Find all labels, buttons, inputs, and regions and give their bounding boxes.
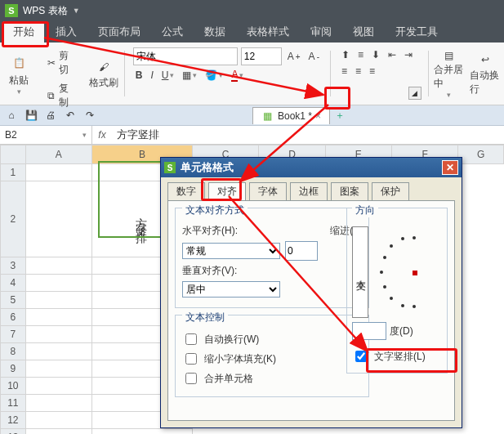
cut-label: 剪切 [59,49,78,77]
wrap-chk-label: 自动换行(W) [204,333,259,347]
vertical-text-checkbox[interactable]: 文字竖排(L) [352,348,442,365]
dlg-tab-font[interactable]: 字体 [249,182,287,200]
tab-insert[interactable]: 插入 [46,21,87,43]
degree-spinner[interactable] [352,322,386,340]
row-header-10[interactable]: 10 [1,378,26,395]
align-section-legend: 文本对齐方式 [182,204,248,217]
degree-label: 度(D) [390,324,413,338]
row-header-12[interactable]: 12 [1,412,26,429]
orient-vertical-preview[interactable]: 文本 [352,226,368,318]
qat-save-icon[interactable]: 💾 [25,109,38,122]
tab-dev[interactable]: 开发工具 [386,21,448,43]
indent-spinner[interactable] [285,241,318,261]
dlg-tab-pattern[interactable]: 图案 [331,182,368,200]
merge-chk-label: 合并单元格 [204,372,253,386]
row-header-9[interactable]: 9 [1,360,26,378]
tab-tablestyle[interactable]: 表格样式 [237,21,299,43]
ribbon-tabs: 开始 插入 页面布局 公式 数据 表格样式 审阅 视图 开发工具 [0,21,504,43]
row-header-5[interactable]: 5 [1,292,26,309]
svg-point-6 [390,297,393,300]
increase-indent-button[interactable]: ⇥ [402,47,415,62]
align-right-button[interactable]: ≡ [367,64,377,78]
italic-button[interactable]: I [148,68,155,83]
svg-point-1 [383,256,386,259]
dialog-close-button[interactable]: ✕ [442,160,458,175]
font-size-select[interactable] [241,47,282,65]
dlg-tab-border[interactable]: 边框 [290,182,328,200]
col-header-a[interactable]: A [25,145,91,164]
col-header-g[interactable]: G [458,145,504,164]
align-center-button[interactable]: ≡ [353,64,364,78]
shrink-font-button[interactable]: A- [306,49,322,64]
font-color-button[interactable]: A▾ [229,67,246,83]
titlebar-dropdown-icon[interactable]: ▼ [73,7,80,15]
align-left-button[interactable]: ≡ [339,64,350,78]
border-button[interactable]: ▦▾ [180,68,199,83]
align-bottom-button[interactable]: ⬇ [369,47,382,62]
svg-point-2 [390,244,393,248]
row-header-7[interactable]: 7 [1,326,26,343]
name-box[interactable]: B2▾ [0,126,92,144]
font-name-select[interactable] [133,47,238,65]
row-header-11[interactable]: 11 [1,395,26,412]
tab-layout[interactable]: 页面布局 [88,21,150,43]
row-header-4[interactable]: 4 [1,275,26,292]
copy-button[interactable]: ⧉复制 [42,80,80,111]
grow-font-button[interactable]: A+ [285,49,303,64]
row-header-13[interactable]: 13 [1,429,26,435]
document-tab[interactable]: ▦ Book1 * × [252,107,330,124]
tab-review[interactable]: 审阅 [301,21,341,43]
merge-center-button[interactable]: ▤ 合并居中▾ [434,48,465,99]
svg-point-5 [383,285,386,289]
tab-data[interactable]: 数据 [194,21,235,43]
qat-redo-icon[interactable]: ↷ [83,109,96,122]
align-top-button[interactable]: ⬆ [339,47,352,62]
svg-point-4 [413,236,416,239]
format-painter-button[interactable]: 🖌 格式刷 [88,48,119,99]
cell-b2-text: 方字竖排 [135,208,149,228]
close-doc-icon[interactable]: × [315,110,321,122]
row-header-2[interactable]: 2 [1,181,26,257]
bold-button[interactable]: B [133,68,145,83]
tab-start[interactable]: 开始 [3,21,44,43]
row-header-6[interactable]: 6 [1,309,26,326]
dlg-tab-number[interactable]: 数字 [167,182,205,200]
dialog-titlebar[interactable]: S 单元格格式 ✕ [161,158,462,177]
row-header-3[interactable]: 3 [1,257,26,275]
wrap-checkbox[interactable]: 自动换行(W) [182,331,362,347]
tab-formula[interactable]: 公式 [152,21,193,43]
row-header-1[interactable]: 1 [1,164,26,181]
dlg-tab-align[interactable]: 对齐 [208,182,246,200]
orient-dial[interactable] [373,231,430,313]
underline-button[interactable]: U▾ [159,68,177,83]
align-dialog-launcher[interactable]: ◢ [408,87,421,100]
qat-home-icon[interactable]: ⌂ [5,109,18,122]
name-box-value: B2 [5,129,17,141]
row-header-8[interactable]: 8 [1,343,26,360]
merge-checkbox[interactable]: 合并单元格 [182,370,362,387]
halign-select[interactable]: 常规 [182,243,280,259]
wrap-label: 自动换行 [470,69,501,96]
tab-view[interactable]: 视图 [343,21,384,43]
dlg-tab-protect[interactable]: 保护 [372,182,409,200]
wrap-text-button[interactable]: ↩ 自动换行 [470,48,501,99]
align-middle-button[interactable]: ≡ [355,47,366,62]
app-logo-icon: S [5,4,18,17]
valign-select[interactable]: 居中 [182,281,280,298]
formula-input[interactable]: 方字竖排 [112,128,504,142]
brush-icon: 🖌 [95,58,113,76]
cut-button[interactable]: ✂剪切 [42,47,80,78]
fill-color-button[interactable]: 🪣▾ [203,68,225,83]
fx-icon[interactable]: fx [92,129,112,141]
decrease-indent-button[interactable]: ⇤ [386,47,399,62]
copy-icon: ⧉ [45,89,57,102]
select-all-corner[interactable] [1,145,26,164]
ribbon-body: 📋 粘贴 ▾ ✂剪切 ⧉复制 🖌 格式刷 A+ A- B I U▾ ▦▾ 🪣▾ … [0,43,504,105]
merge-icon: ▤ [440,48,458,63]
dialog-logo-icon: S [164,162,176,173]
svg-point-3 [401,237,404,240]
shrink-checkbox[interactable]: 缩小字体填充(K) [182,351,362,367]
paste-button[interactable]: 📋 粘贴 ▾ [3,48,34,99]
new-doc-icon[interactable]: ＋ [330,109,350,123]
orient-legend: 方向 [352,204,378,217]
